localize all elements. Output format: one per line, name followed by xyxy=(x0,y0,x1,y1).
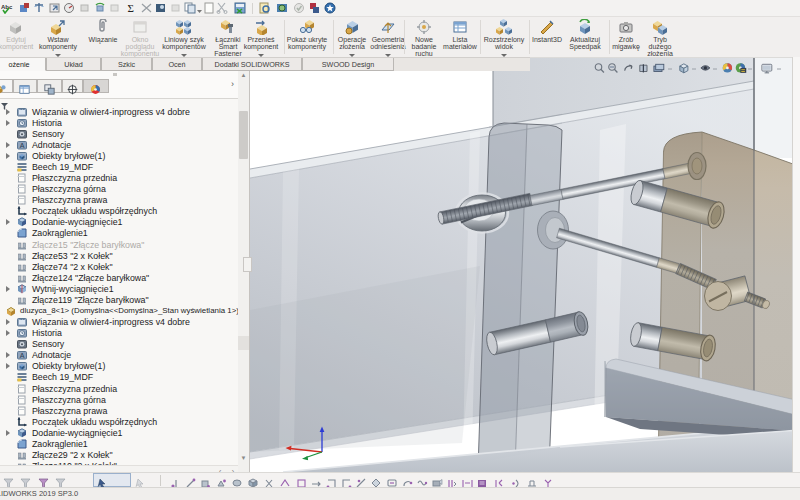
svg-text:A: A xyxy=(20,142,25,149)
svg-text:Σ: Σ xyxy=(128,2,134,14)
svg-text:Abc: Abc xyxy=(1,4,13,10)
svg-text:A: A xyxy=(20,352,25,359)
